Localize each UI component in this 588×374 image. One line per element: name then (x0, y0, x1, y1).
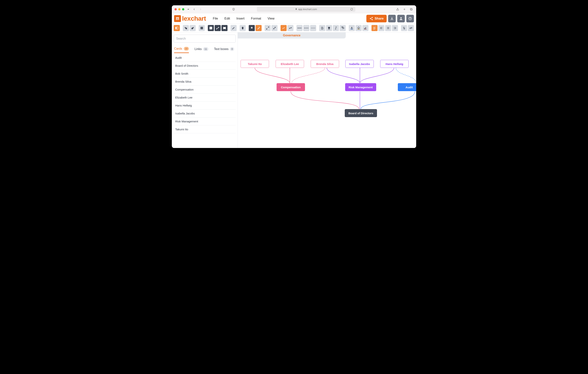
close-window-button[interactable] (174, 8, 177, 11)
app-header: lexchart File Edit Insert Format View Sh… (172, 13, 416, 24)
sidebar: Cards 10 Links 11 Text boxes 0 Audit Boa… (172, 32, 238, 148)
refresh-button[interactable] (349, 7, 354, 11)
svg-point-18 (400, 17, 402, 19)
list-item[interactable]: Bob Smith (174, 70, 236, 78)
list-item[interactable]: Elizabeth Lee (174, 94, 236, 102)
toolbar: A (172, 24, 416, 32)
svg-point-20 (410, 19, 410, 20)
line-solid-button[interactable] (296, 25, 303, 31)
fill-color-button[interactable] (356, 25, 362, 31)
toggle-panel-button[interactable] (174, 25, 180, 31)
search-input[interactable] (174, 35, 236, 43)
svg-rect-52 (351, 29, 353, 29)
share-button[interactable]: Share (366, 15, 387, 22)
svg-rect-8 (176, 18, 177, 19)
svg-point-31 (218, 27, 219, 28)
undo-button[interactable] (183, 25, 189, 31)
connector-elbow-button[interactable] (287, 25, 294, 31)
browser-window: app.lexchart.com lexchart File (172, 5, 416, 148)
list-item[interactable]: Audit (174, 54, 236, 62)
expand-button[interactable] (265, 25, 271, 31)
nav-forward-button[interactable] (198, 7, 203, 11)
node-compensation[interactable]: Compensation (277, 83, 305, 91)
node-brenda[interactable]: Brenda Silva (311, 60, 339, 68)
direction-vertical-button[interactable] (401, 25, 407, 31)
nav-back-button[interactable] (192, 7, 196, 11)
zoom-window-button[interactable] (182, 8, 184, 11)
align-center-button[interactable] (385, 25, 391, 31)
border-color-button[interactable] (362, 25, 368, 31)
privacy-shield-icon[interactable] (231, 7, 236, 11)
text-color-button[interactable]: A (349, 25, 355, 31)
menu-insert[interactable]: Insert (236, 17, 245, 21)
tabs-overview-button[interactable] (409, 7, 414, 11)
list-item[interactable]: Hans Hellwig (174, 102, 236, 109)
menu-format[interactable]: Format (251, 17, 261, 21)
card-list: Audit Board of Directors Bob Smith Brend… (174, 54, 236, 133)
node-risk[interactable]: Risk Management (345, 83, 376, 91)
address-url: app.lexchart.com (298, 8, 317, 11)
canvas[interactable]: Governance Takumi Ito E (238, 32, 416, 148)
collapse-button[interactable] (272, 25, 278, 31)
svg-point-13 (372, 17, 373, 18)
workspace: Cards 10 Links 11 Text boxes 0 Audit Boa… (172, 32, 416, 148)
edit-pencil-button[interactable] (231, 25, 237, 31)
menu-view[interactable]: View (267, 17, 274, 21)
redo-button[interactable] (190, 25, 196, 31)
app-logo[interactable]: lexchart (174, 15, 206, 22)
list-item[interactable]: Takumi Ito (174, 125, 236, 133)
list-item[interactable]: Isabella Jacobs (174, 109, 236, 118)
bold-button[interactable] (319, 25, 325, 31)
tab-textboxes[interactable]: Text boxes 0 (214, 47, 234, 53)
share-sheet-button[interactable] (395, 7, 400, 11)
menu-edit[interactable]: Edit (224, 17, 230, 21)
list-item[interactable]: Board of Directors (174, 62, 236, 70)
node-isabella[interactable]: Isabella Jacobs (345, 60, 374, 68)
list-item[interactable]: Compensation (174, 86, 236, 94)
tab-cards[interactable]: Cards 10 (174, 47, 189, 53)
node-hans[interactable]: Hans Hellwig (380, 60, 409, 68)
address-bar[interactable]: app.lexchart.com (257, 7, 355, 12)
line-dashed-button[interactable] (303, 25, 309, 31)
help-button[interactable] (406, 15, 414, 22)
account-button[interactable] (397, 15, 405, 22)
tab-count: 10 (184, 47, 189, 51)
sidebar-toggle-button[interactable] (188, 9, 190, 10)
list-item[interactable]: Brenda Silva (174, 78, 236, 86)
node-elizabeth[interactable]: Elizabeth Lee (276, 60, 304, 68)
text-size-button[interactable] (340, 25, 346, 31)
add-card-button[interactable] (208, 25, 214, 31)
underline-button[interactable] (326, 25, 332, 31)
node-takumi[interactable]: Takumi Ito (241, 60, 269, 68)
svg-rect-12 (178, 19, 179, 20)
autolayout-button[interactable] (249, 25, 255, 31)
node-audit[interactable]: Audit (398, 83, 416, 91)
align-left-button[interactable] (378, 25, 384, 31)
delete-button[interactable] (240, 25, 246, 31)
align-left-active-button[interactable] (371, 25, 378, 31)
new-tab-button[interactable] (402, 7, 407, 11)
tab-links[interactable]: Links 11 (195, 47, 208, 53)
svg-rect-22 (177, 27, 178, 29)
node-board[interactable]: Board of Directors (345, 109, 377, 117)
minimize-window-button[interactable] (178, 8, 180, 11)
add-textbox-button[interactable]: A (221, 25, 228, 31)
line-dotted-button[interactable] (310, 25, 316, 31)
tab-label: Cards (174, 47, 182, 50)
download-button[interactable] (388, 15, 396, 22)
italic-button[interactable] (333, 25, 339, 31)
grid-view-button[interactable] (199, 25, 205, 31)
share-label: Share (375, 17, 384, 21)
list-item[interactable]: Risk Management (174, 118, 236, 125)
lock-icon (295, 8, 298, 11)
menu-file[interactable]: File (213, 17, 218, 21)
add-link-button[interactable] (215, 25, 221, 31)
svg-rect-11 (177, 19, 178, 20)
connector-curved-button[interactable] (281, 25, 287, 31)
direction-horizontal-button[interactable] (408, 25, 414, 31)
svg-rect-6 (410, 8, 412, 10)
magic-wand-button[interactable] (256, 25, 262, 31)
svg-rect-10 (176, 19, 177, 20)
document-tab[interactable]: Governance (238, 32, 346, 38)
align-right-button[interactable] (392, 25, 398, 31)
